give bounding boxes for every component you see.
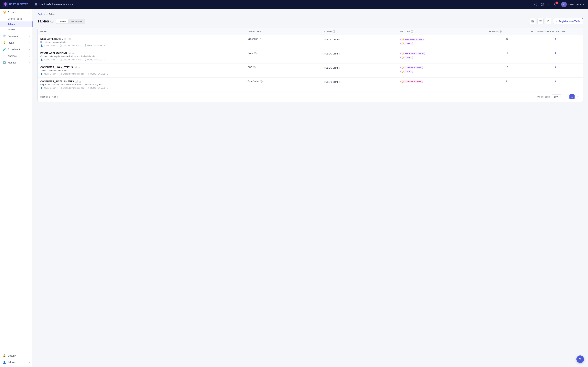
entity-tag[interactable]: 🔑 CONSUMER LOAN [400, 66, 423, 69]
sidebar-item-experiment[interactable]: 🧪 Experiment › [0, 46, 33, 53]
table-name-row-0: NEW_APPLICATION ⧉ ⊞ [40, 38, 242, 40]
entity-tag[interactable]: 🔑 CONSUMER LOAN [400, 80, 423, 83]
cell-columns-3: 9 [485, 78, 528, 92]
table-name-text-0[interactable]: NEW_APPLICATION [40, 38, 63, 40]
cell-features-2: 0 [529, 64, 583, 78]
dropdown-button[interactable] [547, 3, 551, 6]
copy-icon-1[interactable]: ⧉ [68, 52, 70, 54]
cell-entities-2: 🔑 CONSUMER LOAN 🔑 CLIENT [398, 64, 485, 78]
type-text-1: Event [248, 52, 253, 54]
sidebar-security-left: 🔒 Security [3, 354, 17, 357]
sidebar-manage-label: Manage [8, 61, 17, 64]
toggle-view-button[interactable] [538, 18, 544, 24]
logo[interactable]: FEATUREBYTE [3, 2, 30, 7]
user-area[interactable]: XC Xavier Conort ▾ [560, 1, 585, 8]
next-page-button[interactable]: › [575, 94, 580, 99]
sidebar-explore-submenu: Source Tables Tables Entities [0, 16, 33, 33]
th-features: No. of Features Extracted [529, 28, 583, 35]
page-1-button[interactable]: 1 [570, 94, 575, 99]
entity-tag[interactable]: 🔑 CLIENT [400, 56, 413, 59]
features-link-3[interactable]: 0 [555, 80, 556, 83]
settings-button[interactable] [540, 2, 545, 7]
register-new-table-button[interactable]: + Register New Table [553, 18, 583, 24]
prev-page-button[interactable]: ‹ [564, 94, 569, 99]
entity-tag[interactable]: 🔑 CLIENT [400, 70, 413, 73]
notification-button[interactable]: 4 [553, 2, 557, 7]
entity-tag[interactable]: 🔑 PRIOR APPLICATION [400, 52, 425, 55]
svg-rect-6 [533, 20, 534, 21]
status-menu-btn-0[interactable]: ⋮ [341, 38, 345, 42]
entity-key-icon: 🔑 [402, 38, 404, 40]
copy-icon-0[interactable]: ⧉ [65, 38, 67, 40]
type-help-icon-1[interactable]: ? [254, 52, 257, 54]
svg-point-10 [541, 21, 541, 22]
features-link-0[interactable]: 0 [555, 38, 556, 40]
cell-type-3: Time Series ? [245, 78, 321, 92]
breadcrumb-explore[interactable]: Explore [37, 13, 45, 16]
type-help-icon-0[interactable]: ? [259, 38, 261, 40]
entity-tag[interactable]: 🔑 CLIENT [400, 42, 413, 45]
sidebar-item-source-tables[interactable]: Source Tables [0, 16, 33, 21]
columns-help-icon[interactable]: ? [499, 30, 502, 33]
rows-per-page-select[interactable]: 100 50 25 [552, 94, 562, 99]
sidebar-experiment-label: Experiment [8, 48, 20, 51]
type-text-0: Dimension [248, 38, 258, 40]
table-desc-1: Contains data on prior loan applications… [40, 55, 242, 58]
status-menu-btn-3[interactable]: ⋮ [341, 80, 345, 84]
entity-tag-label: CLIENT [405, 42, 412, 44]
svg-point-9 [540, 20, 540, 21]
table-desc-3: Logs monthly installments for consumer l… [40, 83, 242, 86]
tab-current[interactable]: Current [56, 19, 68, 24]
sidebar-item-tables[interactable]: Tables [0, 21, 33, 27]
admin-chevron: › [29, 361, 30, 363]
entities-help-icon[interactable]: ? [411, 30, 413, 33]
table-name-text-1[interactable]: PRIOR_APPLICATIONS [40, 52, 67, 54]
status-help-icon[interactable]: ? [333, 30, 335, 33]
table-view-button[interactable] [530, 18, 536, 24]
sidebar-item-ideate[interactable]: 💡 Ideate › [0, 39, 33, 46]
grid-icon-1[interactable]: ⊞ [72, 52, 74, 54]
nav-divider [32, 2, 32, 7]
copy-icon-2[interactable]: ⧉ [74, 66, 77, 68]
entity-tag[interactable]: 🔑 NEW APPLICATION [400, 38, 423, 41]
table-type-2: SCD ? [248, 66, 319, 68]
grid-icon-0[interactable]: ⊞ [68, 38, 71, 40]
grid-icon-2[interactable]: ⊞ [78, 66, 80, 68]
entity-key-icon: 🔑 [402, 57, 404, 58]
table-meta-2: 👤 Xavier Conort | 🕐 Created 33 minutes a… [40, 73, 242, 75]
sidebar-item-approve[interactable]: ✓ Approve › [0, 53, 33, 59]
sidebar-item-entities[interactable]: Entities [0, 27, 33, 32]
cell-status-0: PUBLIC DRAFT ⋮ [321, 35, 398, 49]
page-header-left: Tables ? Current Deprecated [37, 19, 85, 24]
type-help-icon-3[interactable]: ? [260, 80, 263, 83]
status-cell-0: PUBLIC DRAFT ⋮ [324, 38, 395, 42]
formulate-icon: ⚗️ [3, 34, 6, 38]
sidebar-ideate-left: 💡 Ideate [3, 41, 15, 44]
share-button[interactable] [533, 2, 538, 7]
features-link-1[interactable]: 0 [555, 52, 556, 54]
sidebar-item-formulate[interactable]: ⚗️ Formulate › [0, 33, 33, 39]
type-help-icon-2[interactable]: ? [253, 66, 256, 68]
table-name-text-3[interactable]: CONSUMER_INSTALLMENTS [40, 80, 74, 83]
sidebar-item-manage[interactable]: ⚙️ Manage › [0, 59, 33, 66]
sidebar-approve-left: ✓ Approve [3, 54, 17, 58]
status-menu-btn-1[interactable]: ⋮ [341, 52, 345, 56]
features-link-2[interactable]: 0 [555, 66, 556, 68]
tab-deprecated[interactable]: Deprecated [69, 19, 85, 24]
copy-icon-3[interactable]: ⧉ [75, 80, 78, 83]
table-type-3: Time Series ? [248, 80, 319, 83]
sidebar-explore-left: 🧭 Explore [3, 10, 16, 14]
search-button[interactable] [545, 18, 551, 24]
title-help-icon[interactable]: ? [50, 20, 53, 23]
sidebar-item-security[interactable]: 🔒 Security › [0, 352, 33, 359]
status-menu-btn-2[interactable]: ⋮ [341, 66, 345, 70]
entity-tag-label: PRIOR APPLICATION [405, 52, 423, 54]
ideate-icon: 💡 [3, 41, 6, 44]
help-fab-button[interactable]: ? [576, 355, 584, 363]
table-type-1: Event ? [248, 52, 319, 54]
sidebar-item-explore[interactable]: 🧭 Explore ▾ [0, 9, 33, 16]
page-header-right: + Register New Table [530, 18, 583, 24]
grid-icon-3[interactable]: ⊞ [79, 80, 81, 83]
sidebar-item-admin[interactable]: 👤 Admin › [0, 359, 33, 366]
table-name-text-2[interactable]: CONSUMER_LOAN_STATUS [40, 66, 73, 69]
